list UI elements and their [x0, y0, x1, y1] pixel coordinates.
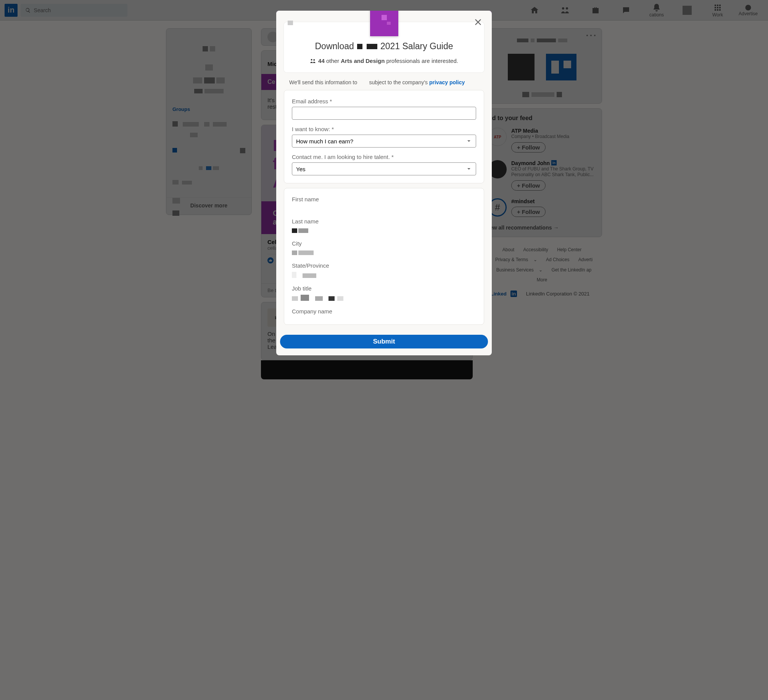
- submit-button[interactable]: Submit: [280, 335, 488, 348]
- close-icon: [474, 18, 482, 26]
- form-card-prefilled: First name Last name City State/Province: [284, 188, 484, 325]
- disclaimer-line: We'll send this information to subject t…: [276, 72, 492, 90]
- state-value: [292, 271, 476, 279]
- first-name-label: First name: [292, 196, 476, 202]
- city-value: [292, 249, 476, 256]
- modal-overlay: Prepare Download: [0, 0, 768, 700]
- contact-me-select[interactable]: Yes: [292, 162, 476, 175]
- company-name-label: Company name: [292, 308, 476, 315]
- modal-title: Download 2021 Salary Guide: [291, 41, 477, 51]
- want-to-know-label: I want to know: *: [292, 126, 476, 132]
- state-label: State/Province: [292, 262, 476, 269]
- lead-gen-modal: Prepare Download: [276, 11, 492, 355]
- interest-row: 44 other Arts and Design professionals a…: [291, 58, 477, 64]
- first-name-value: [292, 205, 476, 212]
- email-input[interactable]: [292, 107, 476, 120]
- privacy-policy-link[interactable]: privacy policy: [429, 79, 465, 85]
- close-button[interactable]: [472, 16, 484, 28]
- form-card-required: Email address * I want to know: * How mu…: [284, 90, 484, 183]
- last-name-label: Last name: [292, 218, 476, 225]
- want-to-know-select[interactable]: How much I can earn?: [292, 135, 476, 148]
- contact-me-label: Contact me. I am looking to hire talent.…: [292, 154, 476, 160]
- job-title-value: [292, 294, 476, 302]
- email-label: Email address *: [292, 98, 476, 104]
- people-icon: [310, 58, 316, 64]
- city-label: City: [292, 240, 476, 247]
- job-title-label: Job title: [292, 285, 476, 292]
- last-name-value: [292, 227, 476, 234]
